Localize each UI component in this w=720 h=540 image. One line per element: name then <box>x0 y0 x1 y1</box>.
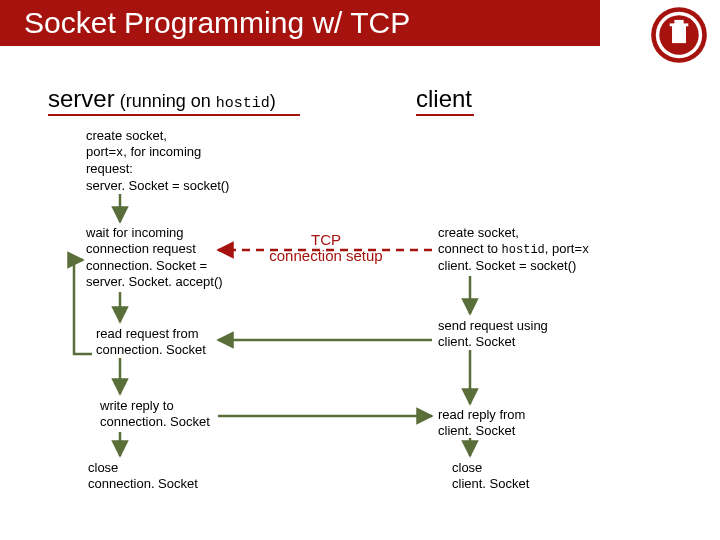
client-heading: client <box>416 85 472 113</box>
svg-rect-3 <box>672 26 686 43</box>
cornell-logo <box>650 6 708 64</box>
server-close: close connection. Socket <box>88 460 198 493</box>
server-underline <box>48 114 300 116</box>
client-create-socket: create socket, connect to hostid, port=x… <box>438 225 589 275</box>
server-create-socket: create socket, port=x, for incoming requ… <box>86 128 229 194</box>
svg-rect-5 <box>674 20 683 25</box>
server-heading-main: server <box>48 85 115 112</box>
server-write-reply: write reply to connection. Socket <box>100 398 210 431</box>
client-send-request: send request using client. Socket <box>438 318 548 351</box>
client-read-reply: read reply from client. Socket <box>438 407 525 440</box>
client-close: close client. Socket <box>452 460 529 493</box>
slide-title: Socket Programming w/ TCP <box>0 0 600 46</box>
server-read-request: read request from connection. Socket <box>96 326 206 359</box>
tcp-connection-label: TCP connection setup <box>236 232 416 264</box>
client-underline <box>416 114 474 116</box>
server-heading: server (running on hostid) <box>48 85 276 113</box>
server-wait-accept: wait for incoming connection request con… <box>86 225 223 290</box>
